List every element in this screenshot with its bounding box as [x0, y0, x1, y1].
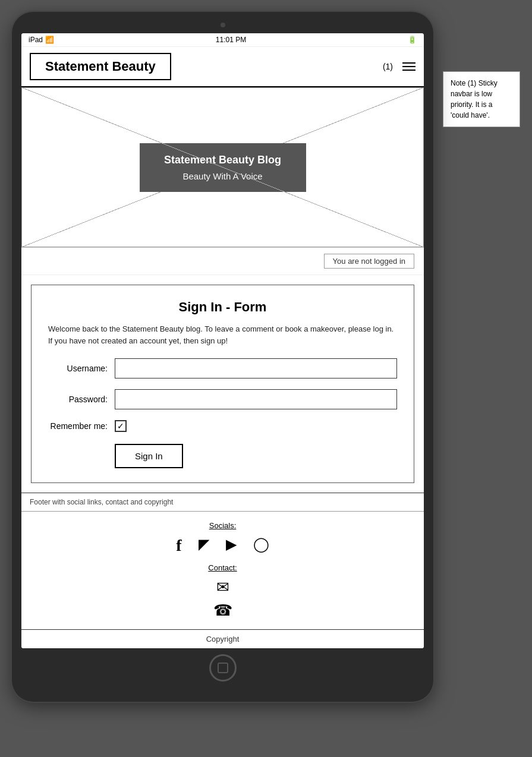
contact-label: Contact:: [30, 563, 415, 572]
hero-image-placeholder: Statement Beauty Blog Beauty With A Voic…: [21, 87, 424, 247]
hamburger-line-2: [402, 66, 415, 67]
footer: Footer with social links, contact and co…: [21, 493, 424, 648]
home-button[interactable]: [209, 654, 237, 682]
username-input[interactable]: [115, 358, 397, 378]
note-text: Note (1) Sticky navbar is low priority. …: [451, 79, 498, 119]
password-group: Password:: [48, 389, 397, 409]
signin-title: Sign In - Form: [48, 299, 397, 315]
login-status-bar: You are not logged in: [21, 248, 424, 275]
ipad-bottom: [21, 648, 424, 684]
brand-logo[interactable]: Statement Beauty: [30, 53, 171, 80]
instagram-icon[interactable]: ◤: [199, 536, 209, 555]
ipad-frame: iPad 📶 11:01 PM 🔋 Statement Beauty (1): [12, 12, 433, 702]
remember-label: Remember me:: [48, 421, 108, 431]
password-label: Password:: [48, 395, 108, 404]
hero-title: Statement Beauty Blog: [163, 154, 282, 166]
ipad-screen: iPad 📶 11:01 PM 🔋 Statement Beauty (1): [21, 33, 424, 648]
remember-checkbox[interactable]: ✓: [115, 420, 127, 432]
phone-icon[interactable]: ☎: [213, 601, 232, 620]
hero-border: [21, 87, 424, 247]
notification-badge: (1): [383, 62, 393, 71]
password-input[interactable]: [115, 389, 397, 409]
contact-icons: ✉ ☎: [30, 578, 415, 620]
hero-banner: Statement Beauty Blog Beauty With A Voic…: [21, 87, 424, 248]
status-right: 🔋: [408, 36, 417, 44]
page-content: You are not logged in Sign In - Form Wel…: [21, 248, 424, 648]
hamburger-line-3: [402, 70, 415, 71]
hamburger-menu-button[interactable]: [402, 62, 415, 71]
status-time: 11:01 PM: [216, 36, 246, 44]
home-button-inner: [218, 663, 228, 673]
hero-subtitle: Beauty With A Voice: [163, 171, 282, 181]
hero-text-overlay: Statement Beauty Blog Beauty With A Voic…: [140, 143, 306, 192]
facebook-icon[interactable]: f: [176, 536, 181, 555]
username-group: Username:: [48, 358, 397, 378]
remember-group: Remember me: ✓: [48, 420, 397, 432]
ipad-camera: [221, 23, 225, 27]
wifi-icon: 📶: [45, 36, 54, 44]
email-icon[interactable]: ✉: [216, 578, 229, 597]
signin-description: Welcome back to the Statement Beauty blo…: [48, 323, 397, 346]
navbar: Statement Beauty (1): [21, 47, 424, 87]
status-left: iPad 📶: [29, 36, 54, 44]
footer-label: Footer with social links, contact and co…: [21, 493, 424, 512]
youtube-icon[interactable]: ▶: [226, 536, 237, 555]
username-label: Username:: [48, 364, 108, 373]
hamburger-line-1: [402, 62, 415, 64]
note-card: Note (1) Sticky navbar is low priority. …: [443, 71, 520, 127]
footer-content: Socials: f ◤ ▶ ◯ Contact: ✉ ☎: [21, 512, 424, 629]
battery-icon: 🔋: [408, 36, 417, 44]
github-icon[interactable]: ◯: [253, 536, 269, 555]
socials-label: Socials:: [30, 521, 415, 530]
social-icons: f ◤ ▶ ◯: [30, 536, 415, 555]
copyright-bar: Copyright: [21, 629, 424, 648]
navbar-right: (1): [383, 62, 415, 71]
status-bar: iPad 📶 11:01 PM 🔋: [21, 33, 424, 47]
signin-button[interactable]: Sign In: [115, 444, 183, 468]
signin-form-container: Sign In - Form Welcome back to the State…: [31, 285, 414, 483]
not-logged-in-badge: You are not logged in: [324, 254, 414, 269]
ipad-label: iPad: [29, 36, 43, 44]
